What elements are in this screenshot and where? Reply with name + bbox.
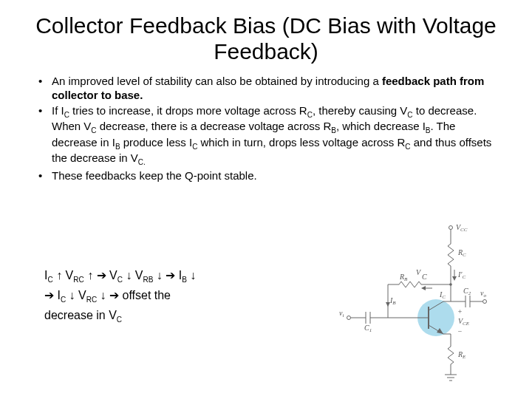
label-ic: IC — [439, 290, 446, 300]
label-ib: IB — [389, 296, 396, 306]
label-re: RE — [457, 350, 466, 360]
svg-point-30 — [483, 300, 487, 304]
svg-point-1 — [449, 226, 453, 230]
b1-text: An improved level of stability can also … — [52, 75, 382, 87]
slide-title: Collector Feedback Bias (DC Bias with Vo… — [30, 13, 502, 64]
label-c1: C1 — [364, 324, 372, 333]
bullet-2: If IC tries to increase, it drops more v… — [52, 104, 502, 168]
bullet-1: An improved level of stability can also … — [52, 75, 502, 103]
svg-text:+: + — [457, 307, 463, 316]
svg-point-18 — [347, 316, 351, 320]
svg-text:−: − — [457, 327, 463, 335]
label-vce: VCE — [458, 317, 470, 327]
label-ic-prime: I'C — [457, 270, 466, 280]
svg-marker-5 — [452, 276, 457, 281]
feedback-sequence: IC ↑ VRC ↑ ➔ VC ↓ VRB ↓ ➔ IB ↓ ➔ IC ↓ VR… — [44, 266, 196, 327]
svg-marker-12 — [386, 302, 390, 307]
label-vc-sub: C — [422, 273, 427, 281]
label-vc-node: V — [416, 268, 422, 276]
svg-marker-9 — [421, 286, 426, 290]
label-vi: vi — [339, 309, 344, 318]
label-rc: RC — [457, 248, 466, 258]
seq-line1: IC ↑ VRC ↑ ➔ VC ↓ VRB ↓ ➔ IB ↓ — [44, 266, 196, 286]
bullet-3: These feedbacks keep the Q-point stable. — [52, 169, 502, 183]
circuit-diagram: VCC RC I'C RB IB — [336, 222, 491, 384]
label-rb: RB — [399, 273, 408, 282]
seq-line3: decrease in VC — [44, 306, 196, 326]
label-vo: vo — [480, 289, 486, 299]
label-c2: C2 — [463, 287, 471, 296]
label-vcc: VCC — [456, 223, 468, 233]
seq-line2: ➔ IC ↓ VRC ↓ ➔ offset the — [44, 286, 196, 306]
bullet-list: An improved level of stability can also … — [30, 75, 502, 183]
